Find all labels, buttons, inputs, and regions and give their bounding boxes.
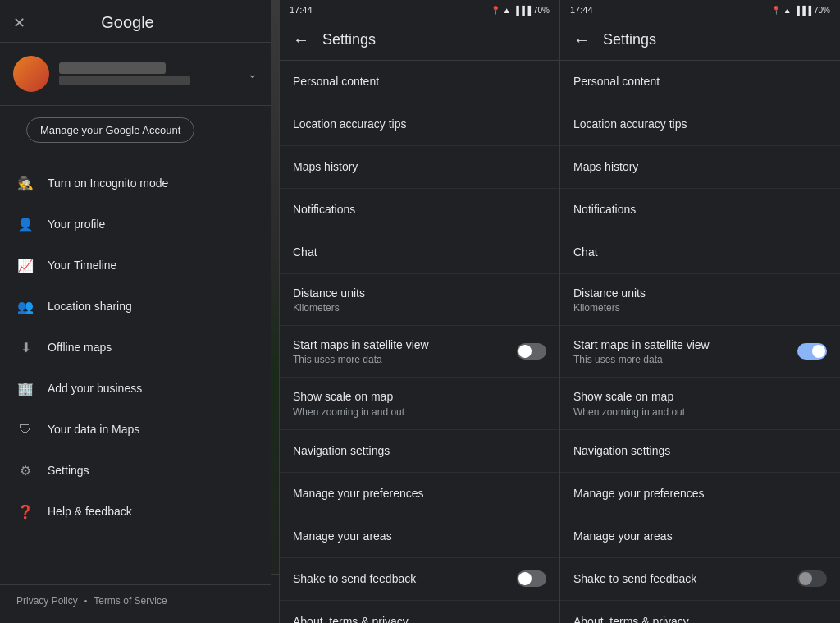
- settings-title-text-p2-notifications: Notifications: [293, 202, 546, 217]
- chevron-down-icon[interactable]: ⌄: [248, 67, 258, 80]
- settings-title-text-p3-preferences: Manage your preferences: [573, 486, 827, 501]
- settings-text-p2-notifications: Notifications: [293, 202, 546, 217]
- settings-text-p2-navigation: Navigation settings: [293, 443, 546, 458]
- settings-sub-p2-scale: When zooming in and out: [293, 406, 546, 418]
- settings-item-p3-personal[interactable]: Personal content: [560, 61, 840, 103]
- settings-text-p3-shake: Shake to send feedback: [573, 571, 788, 586]
- status-icons-1: 📍 ▲ ▐▐▐ 70%: [491, 6, 550, 15]
- menu-label-offline: Offline maps: [48, 341, 112, 354]
- wifi-icon: ▲: [503, 6, 511, 15]
- settings-item-p2-distance[interactable]: Distance units Kilometers: [280, 274, 559, 326]
- status-bar-2: 17:44 📍 ▲ ▐▐▐ 70%: [560, 0, 840, 20]
- menu-item-settings[interactable]: ⚙ Settings: [0, 450, 271, 491]
- settings-item-p2-location-tips[interactable]: Location accuracy tips: [280, 103, 559, 146]
- settings-item-p2-navigation[interactable]: Navigation settings: [280, 430, 559, 473]
- settings-item-p2-satellite[interactable]: Start maps in satellite view This uses m…: [280, 326, 559, 378]
- toggle-p2-satellite[interactable]: [517, 343, 546, 360]
- menu-item-incognito[interactable]: 🕵 Turn on Incognito mode: [0, 163, 271, 204]
- account-email: [59, 76, 190, 85]
- settings-item-p2-maps-history[interactable]: Maps history: [280, 146, 559, 189]
- settings-text-p2-chat: Chat: [293, 245, 546, 259]
- settings-item-p3-navigation[interactable]: Navigation settings: [560, 430, 840, 473]
- settings-text-p3-about: About, terms & privacy: [573, 614, 827, 623]
- toggle-p3-satellite[interactable]: [797, 343, 827, 360]
- back-button-2[interactable]: ←: [567, 24, 596, 56]
- settings-item-p3-preferences[interactable]: Manage your preferences: [560, 473, 840, 515]
- settings-item-p3-notifications[interactable]: Notifications: [560, 189, 840, 231]
- settings-item-p2-preferences[interactable]: Manage your preferences: [280, 473, 559, 515]
- privacy-policy-link[interactable]: Privacy Policy: [16, 595, 78, 607]
- settings-panel-2: 17:44 📍 ▲ ▐▐▐ 70% ← Settings Personal co…: [559, 0, 840, 623]
- settings-text-p3-distance: Distance units Kilometers: [573, 286, 827, 314]
- menu-icon-settings: ⚙: [16, 461, 34, 479]
- settings-item-p3-shake[interactable]: Shake to send feedback: [560, 558, 840, 601]
- settings-title-text-p2-shake: Shake to send feedback: [293, 571, 507, 586]
- menu-label-settings: Settings: [48, 464, 89, 477]
- menu-item-offline[interactable]: ⬇ Offline maps: [0, 327, 271, 368]
- settings-item-p3-maps-history[interactable]: Maps history: [560, 146, 840, 189]
- settings-title-text-p3-maps-history: Maps history: [573, 159, 827, 174]
- time-1: 17:44: [290, 5, 313, 15]
- settings-item-p3-satellite[interactable]: Start maps in satellite view This uses m…: [560, 326, 840, 378]
- time-2: 17:44: [570, 5, 593, 15]
- settings-title-text-p2-distance: Distance units: [293, 286, 546, 300]
- terms-of-service-link[interactable]: Terms of Service: [94, 595, 167, 607]
- battery-2: 70%: [814, 6, 830, 15]
- menu-icon-incognito: 🕵: [16, 174, 34, 192]
- settings-header-2: ← Settings: [560, 20, 840, 61]
- settings-title-text-p3-areas: Manage your areas: [573, 529, 827, 543]
- settings-item-p3-distance[interactable]: Distance units Kilometers: [560, 274, 840, 326]
- menu-item-business[interactable]: 🏢 Add your business: [0, 368, 271, 409]
- settings-item-p2-scale[interactable]: Show scale on map When zooming in and ou…: [280, 378, 559, 429]
- settings-item-p2-areas[interactable]: Manage your areas: [280, 515, 559, 558]
- settings-title-text-p2-satellite: Start maps in satellite view: [293, 337, 507, 352]
- settings-title-text-p3-shake: Shake to send feedback: [573, 571, 788, 586]
- menu-label-data: Your data in Maps: [48, 423, 139, 436]
- drawer-header: ✕ Google: [0, 0, 271, 43]
- manage-account-button[interactable]: Manage your Google Account: [26, 117, 194, 143]
- settings-title-text-p3-chat: Chat: [573, 245, 827, 259]
- menu-label-business: Add your business: [48, 382, 142, 395]
- settings-text-p3-navigation: Navigation settings: [573, 443, 827, 458]
- menu-icon-offline: ⬇: [16, 338, 34, 356]
- footer-separator: •: [84, 597, 88, 606]
- settings-item-p3-scale[interactable]: Show scale on map When zooming in and ou…: [560, 378, 840, 429]
- settings-title-text-p3-personal: Personal content: [573, 74, 827, 89]
- settings-item-p3-areas[interactable]: Manage your areas: [560, 515, 840, 558]
- settings-item-p2-personal[interactable]: Personal content: [280, 61, 559, 103]
- settings-text-p2-personal: Personal content: [293, 74, 546, 89]
- settings-text-p3-personal: Personal content: [573, 74, 827, 89]
- drawer-footer: Privacy Policy • Terms of Service: [0, 584, 271, 623]
- settings-item-p2-shake[interactable]: Shake to send feedback: [280, 558, 559, 601]
- battery-1: 70%: [533, 6, 550, 15]
- close-icon[interactable]: ✕: [13, 14, 25, 32]
- settings-title-text-p3-scale: Show scale on map: [573, 389, 827, 404]
- settings-item-p2-about[interactable]: About, terms & privacy: [280, 601, 559, 623]
- account-section[interactable]: ⌄: [0, 43, 271, 106]
- toggle-p3-shake[interactable]: [797, 570, 827, 587]
- settings-item-p2-chat[interactable]: Chat: [280, 231, 559, 274]
- settings-text-p2-shake: Shake to send feedback: [293, 571, 507, 586]
- menu-item-help[interactable]: ❓ Help & feedback: [0, 491, 271, 532]
- settings-item-p3-chat[interactable]: Chat: [560, 231, 840, 274]
- signal-icon-2: ▐▐▐: [794, 6, 811, 15]
- drawer-title: Google: [25, 13, 230, 32]
- menu-item-timeline[interactable]: 📈 Your Timeline: [0, 245, 271, 286]
- settings-text-p3-location-tips: Location accuracy tips: [573, 117, 827, 131]
- settings-text-p2-location-tips: Location accuracy tips: [293, 117, 546, 131]
- toggle-p2-shake[interactable]: [517, 570, 546, 587]
- settings-item-p2-notifications[interactable]: Notifications: [280, 189, 559, 231]
- settings-title-text-p2-personal: Personal content: [293, 74, 546, 89]
- settings-title-text-p2-about: About, terms & privacy: [293, 614, 546, 623]
- settings-item-p3-location-tips[interactable]: Location accuracy tips: [560, 103, 840, 146]
- menu-item-data[interactable]: 🛡 Your data in Maps: [0, 409, 271, 450]
- menu-icon-business: 🏢: [16, 379, 34, 397]
- settings-text-p2-scale: Show scale on map When zooming in and ou…: [293, 389, 546, 417]
- back-button-1[interactable]: ←: [286, 24, 316, 56]
- menu-item-profile[interactable]: 👤 Your profile: [0, 204, 271, 245]
- settings-item-p3-about[interactable]: About, terms & privacy: [560, 601, 840, 623]
- location-icon: 📍: [491, 6, 500, 15]
- settings-header-1: ← Settings: [280, 20, 559, 61]
- settings-title-text-p3-satellite: Start maps in satellite view: [573, 337, 788, 352]
- menu-item-location[interactable]: 👥 Location sharing: [0, 286, 271, 327]
